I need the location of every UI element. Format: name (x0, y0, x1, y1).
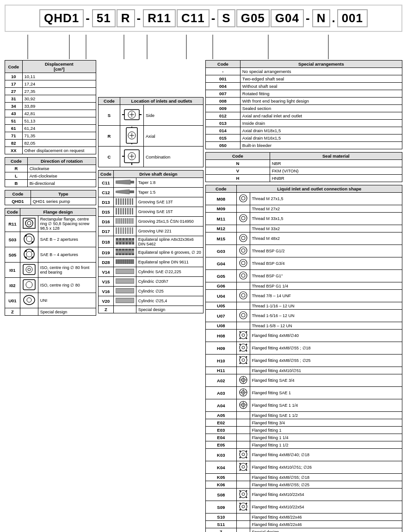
disp-value-header: Displacement[cm³] (22, 61, 96, 73)
conn-shape: Flanged fitting 4xM8/22x46 (250, 521, 402, 528)
special-row: -No special arrangements (206, 68, 402, 75)
svg-rect-57 (130, 198, 131, 205)
conn-shape: Flanged fitting 4xM8/∅55; ∅18 (250, 474, 402, 481)
ds-design: Cylindric ∅25 (136, 287, 203, 296)
sp-code-header: Code (206, 61, 240, 68)
svg-rect-94 (129, 238, 131, 240)
connection-row: H09Flanged fitting 4xM8/∅55 ; ∅18 (206, 342, 402, 355)
ds-icon-cell (113, 248, 136, 257)
conn-shape: Flanged fitting 4xM10/∅51 (250, 367, 402, 374)
conn-code: E03 (206, 427, 237, 434)
conn-shape: Thread BSP G3/4 (250, 257, 402, 270)
conn-icon-cell (236, 419, 250, 427)
ds-icon-cell (113, 207, 136, 217)
driveshaft-row: D17Grooving UNI 221 (99, 226, 204, 236)
svg-rect-80 (123, 227, 124, 234)
thread-icon (239, 291, 248, 300)
pn-r11: R11 (143, 9, 176, 27)
svg-point-157 (246, 356, 247, 358)
disp-code: 61 (5, 125, 23, 132)
conn-shape: Thread M 27x1,5 (250, 193, 402, 205)
flange-desc: UNI (38, 293, 96, 308)
connection-row: M11Thread M 33x1,5 (206, 213, 402, 225)
conn-shape: Flanged fitting SAE 1 1/4 (250, 399, 402, 412)
conn-icon-cell (236, 441, 250, 449)
conn-shape: Flanged fitting 4xM10/∅51; ∅26 (250, 461, 402, 474)
seal-row: VFKM (VITON) (206, 167, 402, 175)
svg-rect-86 (116, 238, 118, 240)
conn-shape: Thread BSP G1 1/4 (250, 282, 402, 290)
disp-code: 34 (5, 103, 23, 110)
ds-design: Cylindric ∅20h7 (136, 277, 203, 287)
svg-point-132 (240, 247, 247, 254)
ds-code: V14 (99, 267, 114, 277)
disp-code: 43 (5, 110, 23, 117)
svg-rect-66 (132, 208, 133, 214)
conn-code: G06 (206, 282, 237, 290)
conn-shape: Flanged fitting 4xM8/∅55; ∅25 (250, 481, 402, 489)
disp-code: 31 (5, 95, 23, 103)
pn-sep2: - (136, 11, 143, 25)
connection-row: A04Flanged fitting SAE 1 1/4 (206, 399, 402, 412)
inlet-loc: Axial (143, 126, 203, 147)
driveshaft-row: V14Cylindric SAE ∅22,225 (99, 267, 204, 277)
conn-code: E04 (206, 434, 237, 441)
conn-shape: Thread BSP G1" (250, 270, 402, 282)
conn-code: U04 (206, 290, 237, 302)
svg-rect-56 (127, 198, 129, 205)
sp-arr: Without shaft seal (240, 83, 402, 90)
conn-icon-cell (236, 412, 250, 419)
d16-shaft (116, 218, 134, 224)
middle-column: Code Location of inlets and outlets SSid… (98, 60, 204, 316)
flange-icon-cell (20, 216, 38, 232)
svg-rect-124 (116, 288, 134, 293)
svg-rect-70 (121, 218, 123, 224)
svg-rect-108 (129, 253, 131, 255)
inlet-icon-cell (120, 147, 143, 167)
svg-rect-91 (123, 242, 124, 245)
conn-code: M15 (206, 232, 237, 245)
svg-point-144 (239, 331, 240, 333)
svg-rect-95 (129, 242, 131, 245)
svg-rect-109 (132, 249, 134, 251)
pn-sep4: - (304, 11, 312, 25)
conn-code: H09 (206, 342, 237, 355)
connection-row: M09Thread M 27x2 (206, 205, 402, 213)
pn-g05: G05 (236, 9, 270, 27)
flange-icon-cell (20, 293, 38, 308)
conn-icon-cell (236, 434, 250, 441)
svg-rect-83 (130, 227, 131, 234)
conn-code: S09 (206, 501, 237, 514)
flange-code-header: Code (5, 208, 20, 216)
disp-code: 27 (5, 88, 23, 95)
i02-icon (22, 279, 36, 291)
svg-rect-58 (132, 198, 133, 205)
connection-row: H08Flanged fitting 4xM8/∅40 (206, 330, 402, 342)
sp-arr: Axial drain M18x1,5 (240, 127, 402, 135)
svg-rect-115 (121, 259, 123, 264)
disp-row: 1010,11 (5, 73, 96, 80)
disp-row: 2727,35 (5, 88, 96, 95)
flange-desc: Special design (38, 308, 96, 316)
flange-section: Code Flange design R11Rectangular flange… (5, 208, 96, 316)
flange-icon-cell (20, 263, 38, 278)
s05-icon (22, 248, 36, 260)
svg-rect-76 (132, 218, 134, 224)
svg-rect-85 (116, 238, 134, 245)
conn-icon-cell (236, 330, 250, 342)
svg-point-17 (26, 251, 32, 257)
conn-code: M08 (206, 193, 237, 205)
disp-value: 17,24 (22, 80, 96, 88)
svg-point-23 (26, 266, 32, 273)
combo-pump-icon (122, 147, 142, 165)
conn-code: A05 (206, 412, 237, 419)
disp-value: 51,13 (22, 117, 96, 125)
conn-code: S08 (206, 489, 237, 501)
flange-desc: Rectangular flange, centre ring ∅ 50,8 S… (38, 216, 96, 232)
svg-rect-104 (122, 253, 124, 255)
svg-rect-98 (116, 249, 134, 255)
disp-value: 27,35 (22, 88, 96, 95)
connection-row: S09Flanged fitting 4xM10/22x54 (206, 501, 402, 514)
flange-code: S05 (5, 247, 20, 263)
special-row: 050Built-in bleeder (206, 142, 402, 149)
